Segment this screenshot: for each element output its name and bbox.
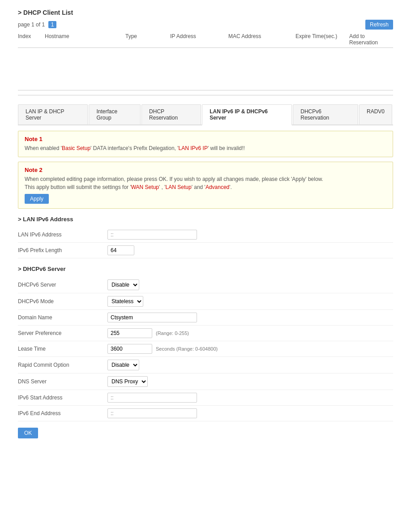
dhcpv6-mode-select[interactable]: Stateless Stateful [107,296,143,307]
note2-text: When completed editing page information,… [25,175,386,191]
dhcpv6-mode-row: DHCPv6 Mode Stateless Stateful [18,293,393,310]
ipv6-start-label: IPv6 Start Address [18,395,107,401]
ipv6-prefix-length-row: IPv6 Prefix Length [18,243,393,258]
server-preference-row: Server Preference (Range: 0-255) [18,326,393,341]
dhcpv6-section-title: > DHCPv6 Server [18,266,393,272]
lan-ipv6-section-title: > LAN IPv6 Address [18,216,393,223]
note2-box: Note 2 When completed editing page infor… [18,162,393,209]
apply-button[interactable]: Apply [25,194,49,204]
lease-time-row: Lease Time Seconds (Range: 0-604800) [18,341,393,357]
dns-server-label: DNS Server [18,378,107,385]
note2-highlight1: WAN Setup [131,184,159,190]
server-preference-input[interactable] [107,328,152,338]
ipv6-start-row: IPv6 Start Address [18,390,393,406]
tab-radv0[interactable]: RADV0 [359,104,392,124]
lan-ipv6-address-input[interactable] [107,230,197,240]
rapid-commit-row: Rapid Commit Option Disable Enable [18,357,393,373]
tab-dhcpv6-reservation[interactable]: DHCPv6 Reservation [293,104,358,124]
dns-server-row: DNS Server DNS Proxy Manual [18,373,393,390]
col-type: Type [125,33,170,46]
rapid-commit-select[interactable]: Disable Enable [107,360,139,370]
page-badge: 1 [48,21,57,28]
domain-name-row: Domain Name [18,310,393,326]
lease-time-hint: Seconds (Range: 0-604800) [156,346,218,352]
note1-box: Note 1 When enabled 'Basic Setup' DATA i… [18,131,393,157]
tab-dhcp-reservation[interactable]: DHCP Reservation [141,104,201,124]
dhcp-client-list-title: > DHCP Client List [18,9,393,16]
ipv6-end-label: IPv6 End Address [18,410,107,416]
note1-text-before: When enabled ' [25,145,62,151]
dhcpv6-server-row: DHCPv6 Server Disable Enable [18,277,393,293]
ipv6-prefix-length-label: IPv6 Prefix Length [18,247,107,253]
col-ip-address: IP Address [170,33,228,46]
note1-highlight2: LAN IPv6 IP [179,145,208,151]
col-expire-time: Expire Time(sec.) [295,33,349,46]
note1-text-after: ' will be invalid!! [208,145,245,151]
note1-title: Note 1 [25,136,386,142]
pagination-info: page 1 of 1 1 [18,21,56,28]
dhcpv6-server-select[interactable]: Disable Enable [107,279,139,290]
table-empty-area [18,50,393,86]
tabs-container: LAN IP & DHCP Server Interface Group DHC… [18,104,393,125]
domain-name-label: Domain Name [18,314,107,321]
note2-highlight2: LAN Setup [166,184,192,190]
ipv6-end-row: IPv6 End Address [18,406,393,421]
dns-server-select[interactable]: DNS Proxy Manual [107,376,148,387]
tab-interface-group[interactable]: Interface Group [89,104,141,124]
ipv6-end-input[interactable] [107,408,197,418]
pagination-text: page 1 of 1 [18,21,45,28]
note1-text: When enabled 'Basic Setup' DATA interfac… [25,144,386,152]
ipv6-start-input[interactable] [107,393,197,403]
note2-title: Note 2 [25,167,386,173]
lan-ipv6-address-row: LAN IPv6 Address [18,227,393,243]
domain-name-input[interactable] [107,313,197,322]
server-preference-hint: (Range: 0-255) [156,330,189,336]
divider-2 [18,95,393,95]
tab-lan-ip-dhcp[interactable]: LAN IP & DHCP Server [18,104,88,124]
dhcpv6-server-label: DHCPv6 Server [18,282,107,288]
lease-time-input[interactable] [107,344,152,354]
table-header: Index Hostname Type IP Address MAC Addre… [18,33,393,48]
tab-lan-ipv6-dhcpv6[interactable]: LAN IPv6 IP & DHCPv6 Server [202,104,292,125]
note1-highlight1: Basic Setup [62,145,90,151]
ipv6-prefix-length-input[interactable] [107,245,134,255]
ok-button[interactable]: OK [18,428,38,438]
dhcpv6-mode-label: DHCPv6 Mode [18,298,107,305]
lan-ipv6-address-label: LAN IPv6 Address [18,232,107,238]
col-add-reservation: Add to Reservation [349,33,394,46]
refresh-button[interactable]: Refresh [365,20,393,30]
note1-text-mid: ' DATA interface's Prefix Delegation, ' [90,145,179,151]
note2-highlight3: Advanced [206,184,229,190]
col-mac-address: MAC Address [228,33,295,46]
lease-time-label: Lease Time [18,346,107,352]
rapid-commit-label: Rapid Commit Option [18,362,107,368]
divider-1 [18,90,393,90]
col-hostname: Hostname [45,33,125,46]
server-preference-label: Server Preference [18,330,107,336]
col-index: Index [18,33,45,46]
